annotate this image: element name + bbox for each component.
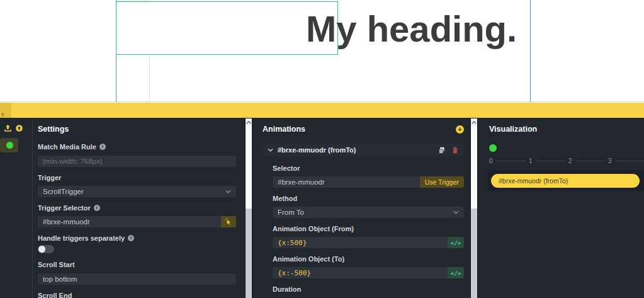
guide-line-right [530,0,531,102]
animation-item-title: #brxe-mmuodr (fromTo) [278,146,433,154]
selector-input[interactable] [273,176,420,188]
handle-triggers-label: Handle triggers separately i [38,234,236,242]
scrollbar-thumb[interactable] [246,126,252,209]
animation-to-label: Animation Object (To) [273,255,464,263]
settings-scrollbar[interactable] [245,118,252,298]
scroll-up-arrow-icon[interactable] [246,118,252,126]
timeline-segment [616,161,644,161]
chevron-down-icon [453,210,459,214]
timeline-tick: 3 [604,158,616,164]
scroll-start-input[interactable] [38,273,236,285]
method-label: Method [273,195,464,202]
timeline-segment [497,161,525,161]
selector-label: Selector [273,164,464,172]
animations-scrollbar[interactable] [470,118,478,298]
chevron-down-icon [268,148,273,152]
element-picker-icon [225,218,232,226]
trigger-label: Trigger [38,174,236,181]
guide-line-gray [149,55,150,102]
handle-triggers-toggle[interactable] [38,245,54,253]
code-icon: </> [450,239,461,246]
scroll-start-label: Scroll Start [38,261,236,268]
timeline-segment [536,161,565,161]
builder-canvas: My heading. [0,0,644,102]
sidebar-divider [32,118,33,298]
import-button[interactable] [14,123,23,132]
timeline-track-row: #brxe-mmuodr (fromTo) [488,171,644,191]
animation-from-input[interactable] [273,237,448,248]
settings-panel: Settings Match Media Rule i Trigger Scro… [38,125,236,298]
delete-button[interactable] [451,146,459,154]
use-trigger-button[interactable]: Use Trigger [420,176,464,188]
timeline-segment [576,161,604,161]
duplicate-button[interactable] [438,146,446,154]
animation-from-label: Animation Object (From) [273,225,464,232]
upload-icon [4,124,12,132]
toggle-knob [38,246,45,253]
open-code-editor-button[interactable]: </> [448,267,464,278]
export-button[interactable] [3,123,12,132]
duration-label: Duration [273,285,464,293]
scrollbar-thumb[interactable] [471,126,477,209]
info-icon[interactable]: i [128,235,134,241]
chevron-down-icon [225,190,231,193]
timeline-ruler: 0 1 2 3 [489,157,644,164]
animations-panel: Animations + #brxe-mmuodr (fromTo) [263,125,464,298]
timeline-tick: 2 [565,158,576,164]
scroll-end-label: Scroll End [38,292,236,298]
settings-title: Settings [38,125,236,134]
selected-element-outline[interactable] [116,1,338,55]
animation-item-header[interactable]: #brxe-mmuodr (fromTo) [263,144,464,156]
match-media-label: Match Media Rule i [38,143,236,151]
status-green-dot [6,142,13,149]
match-media-input[interactable] [38,156,236,167]
method-select[interactable]: From To [273,207,464,218]
app-root: My heading. s [0,0,644,298]
visualization-panel: Visualization 0 1 2 3 #brxe-mmuodr (from… [489,125,644,191]
trigger-select[interactable]: ScrollTrigger [38,186,236,197]
pick-element-button[interactable] [221,216,236,227]
timeline-animation-bar[interactable]: #brxe-mmuodr (fromTo) [491,174,640,188]
add-animation-button[interactable]: + [456,125,464,134]
info-icon[interactable]: i [94,205,100,211]
animation-panel-area: Settings Match Media Rule i Trigger Scro… [0,118,644,298]
info-icon[interactable]: i [99,144,106,150]
playhead-green-dot [489,144,497,152]
animation-to-input[interactable] [273,267,448,278]
code-icon: </> [450,270,461,277]
corner-label: s [1,111,4,117]
panel-title-bar-corner[interactable]: s [0,103,11,118]
open-code-editor-button[interactable]: </> [448,237,464,248]
trigger-selector-label: Trigger Selector i [38,204,236,212]
canvas-heading[interactable]: My heading. [306,9,517,49]
circle-arrow-up-icon [15,124,23,132]
animations-title: Animations [263,125,305,134]
timeline-tick: 0 [489,158,497,164]
timeline-bar-label: #brxe-mmuodr (fromTo) [499,177,568,185]
panel-title-bar[interactable]: s [0,103,644,118]
visualization-title: Visualization [489,125,644,134]
timeline-tick: 1 [525,158,536,164]
sidebar-active-item[interactable] [0,138,18,152]
trigger-selector-input[interactable] [38,216,221,227]
scroll-up-arrow-icon[interactable] [471,118,477,126]
